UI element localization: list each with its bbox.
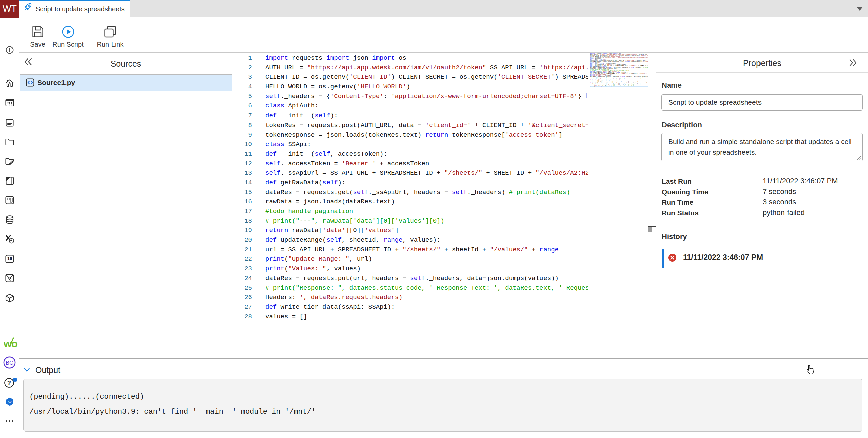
svg-text:16: 16: [7, 256, 12, 261]
svg-text:?: ?: [7, 379, 11, 386]
svg-text:w: w: [8, 399, 12, 404]
svg-text:BC: BC: [6, 359, 13, 366]
